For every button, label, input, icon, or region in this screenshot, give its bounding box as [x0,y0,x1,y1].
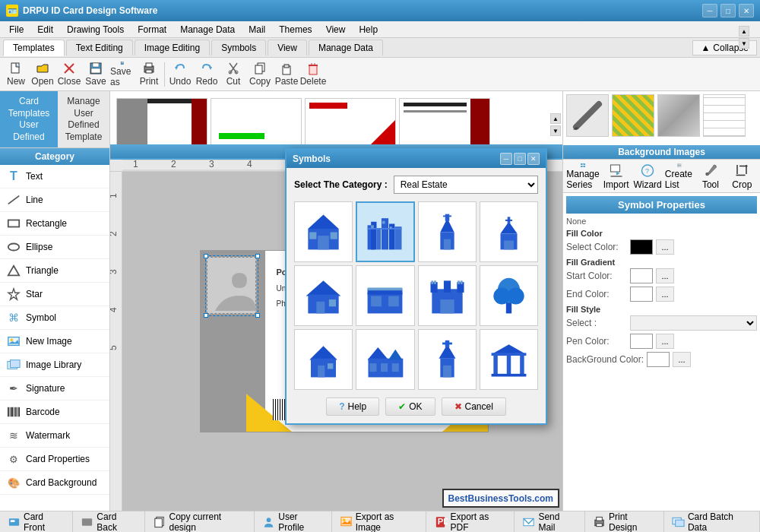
bg-thumb-2[interactable] [612,94,654,137]
tool-card-background[interactable]: 🎨 Card Background [0,471,109,495]
menu-edit[interactable]: Edit [31,23,59,36]
start-color-ellipsis[interactable]: ... [656,268,674,283]
menu-themes[interactable]: Themes [273,23,318,36]
pen-color-box[interactable] [630,334,653,349]
symbol-cell-11[interactable] [418,329,477,390]
menu-manage-data[interactable]: Manage Data [174,23,241,36]
card-templates-button[interactable]: Card Templates User Defined [0,91,58,147]
tool-new-image[interactable]: New Image [0,330,109,353]
samples-scroll-up[interactable]: ▲ [550,113,561,124]
tool-text[interactable]: T Text [0,165,109,188]
toolbar-save-as-button[interactable]: Save as [109,61,135,88]
tab-templates[interactable]: Templates [3,40,65,56]
tool-button[interactable]: Tool [695,162,725,191]
tool-card-properties[interactable]: ⚙ Card Properties [0,448,109,471]
symbol-cell-4[interactable] [480,201,538,262]
maximize-button[interactable]: □ [720,4,736,17]
bg-scroll-up[interactable]: ▲ [739,26,749,36]
dialog-maximize-button[interactable]: □ [514,153,526,165]
toolbar-paste-button[interactable]: Paste [274,61,299,88]
export-as-pdf-button[interactable]: PDF Export as PDF [426,511,515,532]
select-color-ellipsis[interactable]: ... [656,239,674,255]
menu-drawing-tools[interactable]: Drawing Tools [61,23,130,36]
card-batch-data-button[interactable]: Card Batch Data [664,511,760,532]
end-color-box[interactable] [630,287,653,302]
tab-image-editing[interactable]: Image Editing [135,40,210,55]
toolbar-copy-button[interactable]: Copy [247,61,273,88]
symbol-cell-2[interactable] [356,201,414,262]
bg-thumb-3[interactable] [657,94,700,137]
toolbar-print-button[interactable]: Print [136,61,162,88]
tab-text-editing[interactable]: Text Editing [66,40,133,55]
print-design-button[interactable]: Print Design [585,511,664,532]
symbol-cell-5[interactable] [294,265,353,326]
menu-help[interactable]: Help [353,23,384,36]
bg-thumb-1[interactable] [566,94,609,137]
help-button[interactable]: ? Help [326,397,379,416]
symbol-cell-1[interactable] [294,201,353,262]
end-color-ellipsis[interactable]: ... [656,287,674,302]
sample-thumb-3[interactable] [305,98,396,151]
symbol-cell-12[interactable] [480,329,538,390]
copy-current-design-button[interactable]: Copy current design [145,511,255,532]
start-color-box[interactable] [630,268,653,283]
symbol-cell-7[interactable] [418,265,477,326]
toolbar-save-button[interactable]: Save [83,61,109,88]
tab-view[interactable]: View [268,40,307,55]
tool-barcode[interactable]: Barcode [0,401,109,424]
export-as-image-button[interactable]: Export as Image [332,511,427,532]
dialog-minimize-button[interactable]: ─ [500,153,512,165]
tool-rectangle[interactable]: Rectangle [0,212,109,236]
tool-triangle[interactable]: Triangle [0,259,109,283]
menu-format[interactable]: Format [131,23,173,36]
toolbar-delete-button[interactable]: Delete [300,61,326,88]
category-select[interactable]: Real Estate Business Nature Travel Medic… [394,176,538,194]
bg-scroll-down[interactable]: ▼ [739,38,749,49]
bg-color-ellipsis[interactable]: ... [673,352,691,367]
sample-thumb-1[interactable] [116,98,207,151]
crop-button[interactable]: Crop [727,162,757,191]
menu-file[interactable]: File [3,23,30,36]
symbol-cell-10[interactable] [356,329,414,390]
pen-color-ellipsis[interactable]: ... [656,334,674,349]
tool-signature[interactable]: ✒ Signature [0,377,109,401]
toolbar-redo-button[interactable]: Redo [194,61,220,88]
bg-thumb-4[interactable] [703,94,746,137]
tab-manage-data[interactable]: Manage Data [309,40,383,55]
bg-color-box[interactable] [647,352,670,367]
tool-symbol[interactable]: ⌘ Symbol [0,306,109,330]
sample-thumb-4[interactable] [399,98,490,151]
menu-mail[interactable]: Mail [242,23,271,36]
minimize-button[interactable]: ─ [702,4,717,17]
cancel-button[interactable]: ✖ Cancel [442,397,506,416]
import-button[interactable]: Import [601,162,631,191]
tool-ellipse[interactable]: Ellipse [0,236,109,259]
samples-scroll-down[interactable]: ▼ [550,125,561,136]
manage-user-defined-button[interactable]: Manage User Defined Template [58,91,109,147]
toolbar-open-button[interactable]: Open [30,61,55,88]
user-profile-button[interactable]: User Profile [255,511,331,532]
toolbar-close-button[interactable]: Close [56,61,82,88]
tool-watermark[interactable]: ≋ Watermark [0,424,109,448]
toolbar-undo-button[interactable]: Undo [167,61,193,88]
tool-image-library[interactable]: Image Library [0,353,109,377]
fill-style-select[interactable] [630,315,757,331]
tool-line[interactable]: Line [0,188,109,212]
select-color-box[interactable] [630,239,653,255]
create-list-button[interactable]: Create List [664,162,694,191]
card-front-button[interactable]: Card Front [0,511,73,532]
tool-star[interactable]: Star [0,283,109,306]
symbol-cell-8[interactable] [480,265,538,326]
close-button[interactable]: ✕ [739,4,754,17]
symbol-cell-6[interactable] [356,265,414,326]
symbol-cell-3[interactable] [418,201,477,262]
manage-series-button[interactable]: Manage Series [566,162,600,191]
tab-symbols[interactable]: Symbols [211,40,266,55]
dialog-close-button[interactable]: ✕ [527,153,540,165]
card-back-button[interactable]: Card Back [73,511,145,532]
send-mail-button[interactable]: Send Mail [515,511,585,532]
toolbar-new-button[interactable]: New [3,61,29,88]
symbol-cell-9[interactable] [294,329,353,390]
wizard-button[interactable]: ? Wizard [632,162,662,191]
ok-button[interactable]: ✔ OK [385,397,435,416]
